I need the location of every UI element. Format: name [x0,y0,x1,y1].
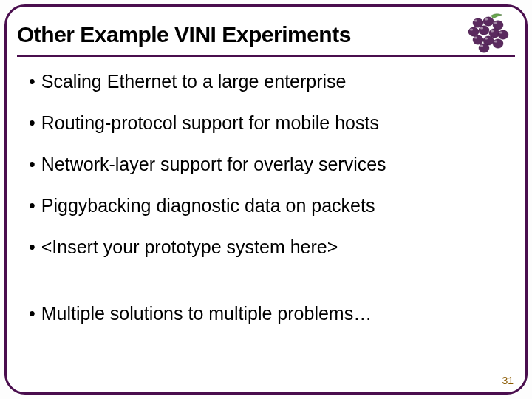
list-item: • <Insert your prototype system here> [29,236,503,258]
svg-point-6 [498,30,508,39]
bullet-text: <Insert your prototype system here> [41,236,338,258]
bullet-text: Piggybacking diagnostic data on packets [41,194,375,216]
svg-point-14 [470,28,473,30]
bullet-text: Routing-protocol support for mobile host… [41,112,379,134]
svg-point-12 [485,18,488,20]
svg-point-13 [494,21,497,24]
slide-frame: Other Example VINI Experiments [4,4,528,395]
grapes-icon [463,13,511,54]
bullet-dot-icon: • [29,194,35,216]
svg-point-18 [474,36,477,38]
list-item: • Routing-protocol support for mobile ho… [29,112,503,134]
svg-point-3 [468,27,479,36]
svg-point-4 [479,26,489,35]
svg-point-9 [493,39,503,48]
bullet-text: Multiple solutions to multiple problems… [41,302,372,324]
title-bar: Other Example VINI Experiments [17,14,515,57]
svg-point-11 [474,19,477,21]
bullet-text: Scaling Ethernet to a large enterprise [41,70,347,92]
slide-body: • Scaling Ethernet to a large enterprise… [29,70,503,363]
bullet-dot-icon: • [29,302,35,324]
svg-point-10 [479,44,489,52]
list-item: • Scaling Ethernet to a large enterprise [29,70,503,92]
svg-point-17 [499,31,502,33]
bullet-dot-icon: • [29,70,35,92]
svg-point-2 [493,21,503,30]
list-item: • Network-layer support for overlay serv… [29,153,503,175]
slide-title: Other Example VINI Experiments [17,22,351,47]
svg-point-20 [494,40,497,42]
svg-point-21 [480,44,483,47]
bullet-text: Network-layer support for overlay servic… [41,153,386,175]
svg-point-15 [480,27,483,29]
svg-point-1 [483,17,494,26]
page-number: 31 [502,375,514,386]
bullet-dot-icon: • [29,112,35,134]
blank-spacer [29,277,503,302]
bullet-dot-icon: • [29,153,35,175]
bullet-dot-icon: • [29,236,35,258]
svg-point-16 [491,30,494,32]
svg-point-19 [485,37,488,39]
list-item: • Multiple solutions to multiple problem… [29,302,503,324]
list-item: • Piggybacking diagnostic data on packet… [29,194,503,216]
svg-point-7 [473,35,483,44]
